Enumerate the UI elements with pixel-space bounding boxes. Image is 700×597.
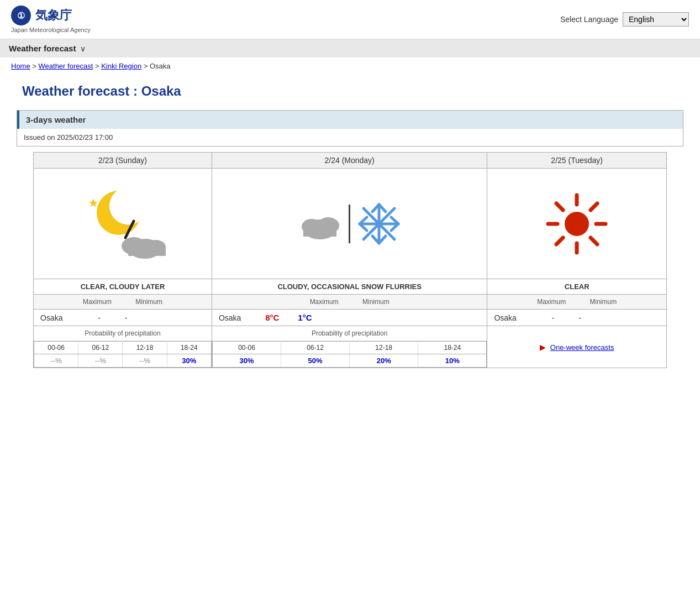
issued-date: Issued on 2025/02/23 17:00 <box>17 129 683 146</box>
temp-header-row: Maximum Minimum Maximum Minimum Maximum … <box>34 295 667 310</box>
nav-bar: Weather forecast ∨ <box>0 39 700 57</box>
temp-header-1: Maximum Minimum <box>212 295 487 310</box>
weather-icon-cell-0 <box>34 169 212 279</box>
precip-val-06-12-0: --% <box>78 354 123 368</box>
svg-rect-9 <box>303 226 336 237</box>
precip-label-0: Probability of precipitation <box>34 326 212 341</box>
svg-point-31 <box>565 212 589 236</box>
temp-header-2: Maximum Minimum <box>487 295 667 310</box>
breadcrumb-home[interactable]: Home <box>11 62 30 70</box>
cloud-icon <box>298 207 342 240</box>
jma-logo-icon: ① <box>11 6 31 25</box>
svg-point-22 <box>376 221 382 227</box>
forecast-table-wrapper: 2/23 (Sunday) 2/24 (Monday) 2/25 (Tuesda… <box>17 152 683 368</box>
forecast-table: 2/23 (Sunday) 2/24 (Monday) 2/25 (Tuesda… <box>33 152 667 368</box>
city-temp-row: Osaka - - Osaka 8°C 1°C Osaka - - <box>34 310 667 326</box>
day-header-row: 2/23 (Sunday) 2/24 (Monday) 2/25 (Tuesda… <box>34 153 667 169</box>
condition-row: CLEAR, CLOUDY LATER CLOUDY, OCCASIONAL S… <box>34 279 667 295</box>
city-temp-1: Osaka 8°C 1°C <box>212 310 487 326</box>
triangle-icon: ▶ <box>540 343 546 352</box>
logo-main: ① 気象庁 <box>11 6 91 25</box>
precip-val-00-06-0: --% <box>34 354 78 368</box>
weather-icon-cell-1 <box>212 169 487 279</box>
condition-1: CLOUDY, OCCASIONAL SNOW FLURRIES <box>212 279 487 295</box>
forecast-section: 3-days weather Issued on 2025/02/23 17:0… <box>17 110 683 146</box>
svg-rect-5 <box>128 246 166 256</box>
breadcrumb-region[interactable]: Kinki Region <box>101 62 141 70</box>
condition-0: CLEAR, CLOUDY LATER <box>34 279 212 295</box>
language-select[interactable]: English 日本語 <box>623 12 689 27</box>
nav-title[interactable]: Weather forecast <box>9 44 76 53</box>
svg-marker-0 <box>89 198 98 207</box>
precip-val-18-24-0: 30% <box>167 354 211 368</box>
breadcrumb: Home > Weather forecast > Kinki Region >… <box>0 57 700 75</box>
city-temp-0: Osaka - - <box>34 310 212 326</box>
precip-sub-1: 00-06 06-12 12-18 18-24 30% 50% 20% 10% <box>212 341 487 368</box>
precip-label-1: Probability of precipitation <box>212 326 487 341</box>
weather-icon-cell-2 <box>487 169 667 279</box>
condition-2: CLEAR <box>487 279 667 295</box>
precip-val-12-18-0: --% <box>123 354 167 368</box>
weather-icon-row <box>34 169 667 279</box>
precip-time-00-06-0: 00-06 <box>34 342 78 354</box>
logo-subtitle: Japan Meteorological Agency <box>11 27 91 33</box>
day-header-0: 2/23 (Sunday) <box>34 153 212 169</box>
snowflake-icon <box>357 202 401 246</box>
divider-line <box>349 205 350 243</box>
svg-line-30 <box>556 238 563 244</box>
section-header: 3-days weather <box>17 111 683 129</box>
page-title: Weather forecast : Osaka <box>0 75 700 104</box>
precip-cell-0: Probability of precipitation 00-06 06-12… <box>34 326 212 368</box>
svg-line-27 <box>556 203 563 210</box>
svg-line-29 <box>591 203 597 210</box>
sun-icon <box>544 191 610 257</box>
precip-time-18-24-0: 18-24 <box>167 342 211 354</box>
moon-cloud-icon <box>78 185 167 263</box>
breadcrumb-forecast[interactable]: Weather forecast <box>39 62 93 70</box>
one-week-forecasts-link[interactable]: One-week forecasts <box>550 343 614 352</box>
precip-sub-0: 00-06 06-12 12-18 18-24 --% --% --% 30% <box>34 341 212 368</box>
svg-line-28 <box>591 238 597 244</box>
language-selector-area: Select Language English 日本語 <box>560 12 689 27</box>
chevron-down-icon: ∨ <box>80 44 86 53</box>
page-header: ① 気象庁 Japan Meteorological Agency Select… <box>0 0 700 39</box>
logo-area: ① 気象庁 Japan Meteorological Agency <box>11 6 91 33</box>
city-temp-2: Osaka - - <box>487 310 667 326</box>
precip-time-06-12-0: 06-12 <box>78 342 123 354</box>
breadcrumb-current: Osaka <box>150 62 171 70</box>
logo-kanji: 気象庁 <box>35 7 72 24</box>
precip-row: Probability of precipitation 00-06 06-12… <box>34 326 667 368</box>
temp-header-0: Maximum Minimum <box>34 295 212 310</box>
precip-cell-1: Probability of precipitation 00-06 06-12… <box>212 326 487 368</box>
day-header-2: 2/25 (Tuesday) <box>487 153 667 169</box>
day-header-1: 2/24 (Monday) <box>212 153 487 169</box>
lang-label: Select Language <box>560 15 618 24</box>
precip-time-12-18-0: 12-18 <box>123 342 167 354</box>
precip-cell-2: ▶ One-week forecasts <box>487 326 667 368</box>
